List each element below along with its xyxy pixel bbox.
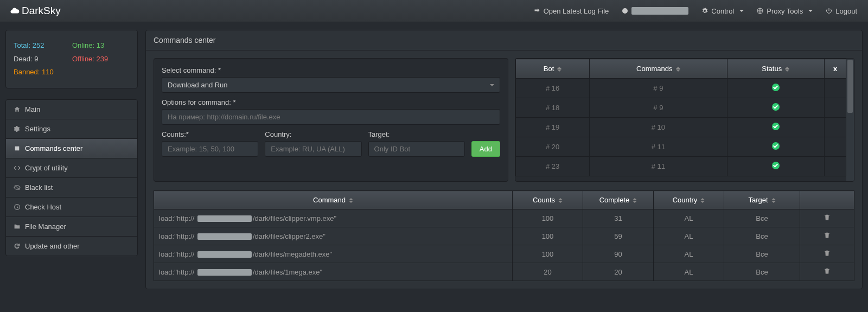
cell-commands: # 9 (590, 98, 727, 118)
open-log-link[interactable]: Open Latest Log File (527, 2, 616, 21)
cell-command: load:"http:// /dark/files/clipper2.exe" (154, 227, 513, 245)
sidebar-item-main[interactable]: Main (6, 100, 137, 119)
country-input[interactable] (265, 141, 361, 157)
cell-counts: 100 (513, 245, 583, 263)
sidebar: Total: 252 Online: 13 Dead: 9 Offline: 2… (5, 30, 138, 289)
cell-complete: 90 (583, 245, 654, 263)
cell-bot: # 20 (516, 137, 590, 157)
cmd-post: /dark/files/clipper2.exe" (253, 232, 326, 240)
cell-country: AL (654, 245, 724, 263)
logout-link[interactable]: Logout (819, 2, 864, 21)
th-complete[interactable]: Complete (583, 191, 654, 209)
cmd-pre: load:"http:// (159, 214, 196, 222)
delete-button[interactable] (824, 268, 831, 276)
cmd-post: /dark/files/megadeth.exe" (253, 250, 332, 258)
delete-button[interactable] (824, 250, 831, 258)
th-label: Commands (636, 65, 672, 73)
cell-counts: 20 (513, 263, 583, 281)
th-label: Target (748, 196, 768, 204)
brand-logo[interactable]: DarkSky (4, 5, 66, 17)
clear-x-link[interactable]: x (833, 65, 837, 73)
power-icon (826, 8, 832, 14)
page-title: Commands center (146, 30, 862, 50)
th-bot[interactable]: Bot (516, 59, 590, 79)
cell-x (825, 79, 846, 98)
history-table: Command Counts Complete Country Target l… (154, 190, 854, 281)
sidebar-item-label: Main (25, 105, 40, 113)
counts-label: Counts:* (162, 130, 258, 138)
options-input[interactable] (162, 109, 500, 125)
sidebar-item-label: Settings (25, 125, 50, 133)
cell-commands: # 9 (590, 79, 727, 98)
th-country[interactable]: Country (654, 191, 724, 209)
trash-icon (824, 250, 831, 257)
th-status[interactable]: Status (727, 59, 824, 79)
cell-commands: # 11 (590, 157, 727, 176)
svg-point-0 (622, 8, 628, 14)
sort-icon (700, 198, 705, 203)
home-icon (14, 106, 21, 113)
cell-complete: 20 (583, 263, 654, 281)
table-row: load:"http:// /dark/files/megadeth.exe" … (154, 245, 854, 263)
sidebar-item-blacklist[interactable]: Black list (6, 178, 137, 198)
command-form: Select command: * Download and Run Optio… (154, 58, 508, 182)
country-label: Country: (265, 130, 361, 138)
status-ok-icon (772, 142, 780, 150)
add-button[interactable]: Add (471, 141, 500, 157)
target-input[interactable] (368, 141, 465, 157)
proxy-menu[interactable]: Proxy Tools (750, 2, 819, 21)
bot-table-card: Bot Commands Status x # 16# 9 # 18# 9 # … (515, 58, 854, 182)
trash-icon (824, 268, 831, 275)
user-menu[interactable] (615, 2, 695, 20)
th-target[interactable]: Target (724, 191, 800, 209)
status-ok-icon (772, 162, 780, 169)
sort-icon (633, 198, 637, 203)
status-ok-icon (772, 103, 780, 111)
sidebar-item-checkhost[interactable]: Check Host (6, 198, 137, 217)
th-label: Counts (533, 196, 555, 204)
control-menu[interactable]: Control (695, 2, 750, 21)
cell-command: load:"http:// /dark/files/1mega.exe" (154, 263, 513, 281)
select-command[interactable]: Download and Run (162, 77, 500, 93)
cell-command: load:"http:// /dark/files/megadeth.exe" (154, 245, 513, 263)
host-redacted (197, 233, 252, 240)
eye-slash-icon (14, 184, 21, 191)
sidebar-item-settings[interactable]: Settings (6, 119, 137, 139)
cell-country: AL (654, 209, 724, 227)
host-redacted (197, 269, 252, 276)
cell-bot: # 23 (516, 157, 590, 176)
th-label: Command (313, 196, 346, 204)
cell-x (825, 137, 846, 157)
th-x[interactable]: x (825, 59, 846, 79)
sidebar-item-crypt[interactable]: Crypt of utility (6, 158, 137, 178)
trash-icon (824, 232, 831, 239)
cmd-pre: load:"http:// (159, 232, 196, 240)
sidebar-item-update[interactable]: Update and other (6, 237, 137, 256)
cell-commands: # 11 (590, 137, 727, 157)
trash-icon (824, 214, 831, 221)
cell-complete: 59 (583, 227, 654, 245)
sidebar-item-label: Update and other (25, 242, 79, 250)
sidebar-item-files[interactable]: File Manager (6, 217, 137, 237)
th-label: Country (673, 196, 698, 204)
stop-icon (14, 145, 21, 152)
th-counts[interactable]: Counts (513, 191, 583, 209)
delete-button[interactable] (824, 214, 831, 222)
scrollbar[interactable] (846, 59, 854, 181)
sidebar-item-commands[interactable]: Commands center (6, 139, 137, 158)
globe-icon (757, 8, 763, 14)
sort-icon (676, 67, 680, 72)
table-row: # 18# 9 (516, 98, 846, 118)
counts-input[interactable] (162, 141, 258, 157)
bot-table: Bot Commands Status x # 16# 9 # 18# 9 # … (515, 59, 846, 176)
status-ok-icon (772, 84, 780, 91)
delete-button[interactable] (824, 232, 831, 240)
cell-status (727, 79, 824, 98)
status-ok-icon (772, 123, 780, 130)
th-commands[interactable]: Commands (590, 59, 727, 79)
stat-online: Online: 13 (72, 39, 104, 53)
table-row: load:"http:// /dark/files/clipper.vmp.ex… (154, 209, 854, 227)
brand-text: DarkSky (22, 5, 61, 17)
cell-status (727, 137, 824, 157)
th-command[interactable]: Command (154, 191, 513, 209)
